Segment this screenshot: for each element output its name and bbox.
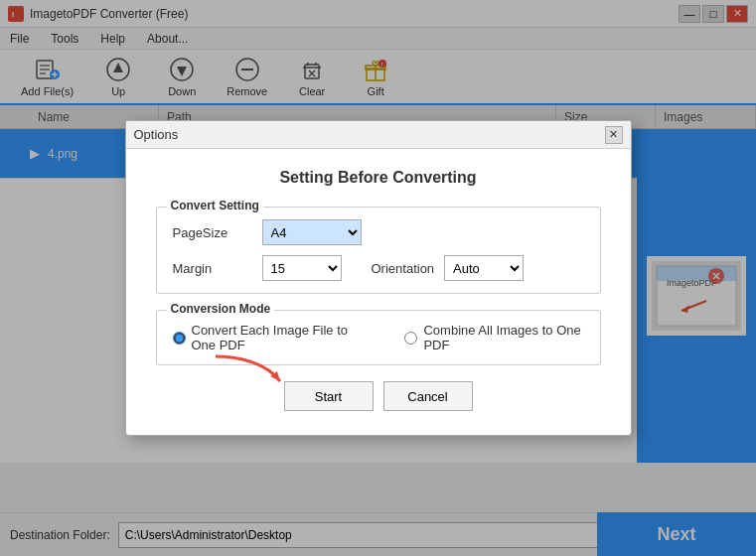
radio-option2[interactable]: Combine All Images to One PDF bbox=[404, 323, 583, 352]
radio-option2-input[interactable] bbox=[404, 332, 417, 345]
page-size-select[interactable]: A4 A3 Letter Legal bbox=[262, 219, 362, 245]
modal-close-button[interactable]: ✕ bbox=[605, 126, 623, 144]
modal-overlay: Options ✕ Setting Before Converting Conv… bbox=[0, 0, 756, 556]
modal-titlebar: Options ✕ bbox=[126, 121, 631, 149]
modal-heading: Setting Before Converting bbox=[156, 169, 601, 187]
radio-option1-input[interactable] bbox=[173, 332, 186, 345]
page-size-label: PageSize bbox=[173, 225, 252, 240]
radio-option1[interactable]: Convert Each Image File to One PDF bbox=[173, 323, 376, 352]
radio-group: Convert Each Image File to One PDF Combi… bbox=[173, 323, 584, 352]
arrow-indicator bbox=[206, 351, 295, 394]
modal-actions: Start Cancel bbox=[156, 381, 601, 411]
margin-orientation-row: Margin 15 10 5 0 20 Orientation Auto Por… bbox=[173, 255, 584, 281]
orientation-select[interactable]: Auto Portrait Landscape bbox=[444, 255, 524, 281]
orientation-label: Orientation bbox=[372, 261, 435, 276]
conversion-mode-label: Conversion Mode bbox=[167, 302, 275, 316]
margin-label: Margin bbox=[173, 261, 252, 276]
convert-setting-section: Convert Setting PageSize A4 A3 Letter Le… bbox=[156, 207, 601, 294]
start-button[interactable]: Start bbox=[284, 381, 374, 411]
margin-select[interactable]: 15 10 5 0 20 bbox=[262, 255, 342, 281]
convert-setting-label: Convert Setting bbox=[167, 199, 263, 212]
page-size-row: PageSize A4 A3 Letter Legal bbox=[173, 219, 584, 245]
radio-option2-label: Combine All Images to One PDF bbox=[423, 323, 583, 352]
modal-title-text: Options bbox=[134, 127, 179, 142]
cancel-button[interactable]: Cancel bbox=[383, 381, 473, 411]
radio-option1-label: Convert Each Image File to One PDF bbox=[192, 323, 376, 352]
options-modal: Options ✕ Setting Before Converting Conv… bbox=[125, 120, 632, 436]
modal-body: Setting Before Converting Convert Settin… bbox=[126, 149, 631, 435]
